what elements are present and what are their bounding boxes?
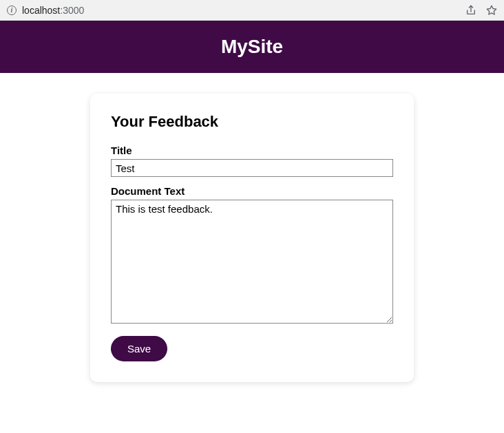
url-text: localhost:3000 — [22, 5, 84, 16]
share-icon[interactable] — [465, 5, 476, 16]
page-content: Your Feedback Title Document Text This i… — [0, 73, 504, 403]
site-title: MySite — [221, 36, 283, 57]
url-port: :3000 — [60, 5, 84, 16]
svg-marker-1 — [487, 6, 496, 14]
info-icon: i — [7, 6, 17, 15]
browser-address-bar: i localhost:3000 — [0, 0, 504, 21]
site-header: MySite — [0, 21, 504, 73]
title-label: Title — [111, 145, 393, 156]
star-icon[interactable] — [486, 5, 497, 16]
body-textarea[interactable]: This is test feedback. — [111, 200, 393, 324]
body-label: Document Text — [111, 185, 393, 197]
title-input[interactable] — [111, 159, 393, 177]
url-area[interactable]: i localhost:3000 — [7, 5, 465, 16]
feedback-card: Your Feedback Title Document Text This i… — [90, 94, 414, 382]
address-bar-actions — [465, 5, 497, 16]
url-host: localhost — [22, 5, 60, 16]
card-heading: Your Feedback — [111, 113, 393, 131]
save-button[interactable]: Save — [111, 336, 167, 361]
